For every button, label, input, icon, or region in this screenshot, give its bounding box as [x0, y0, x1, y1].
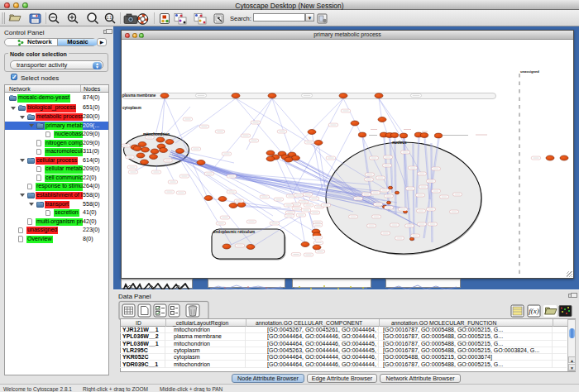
svg-text:endoplasmic reticulum: endoplasmic reticulum [213, 230, 255, 234]
svg-text:f(x): f(x) [529, 307, 539, 315]
svg-text:plasma membrane: plasma membrane [122, 93, 156, 98]
svg-text:unassigned: unassigned [520, 69, 539, 74]
svg-text:1:1: 1:1 [107, 16, 112, 20]
svg-text:mitochondrion: mitochondrion [143, 132, 170, 136]
svg-text:cytoplasm: cytoplasm [122, 106, 141, 110]
svg-text:nucleus: nucleus [392, 141, 407, 145]
